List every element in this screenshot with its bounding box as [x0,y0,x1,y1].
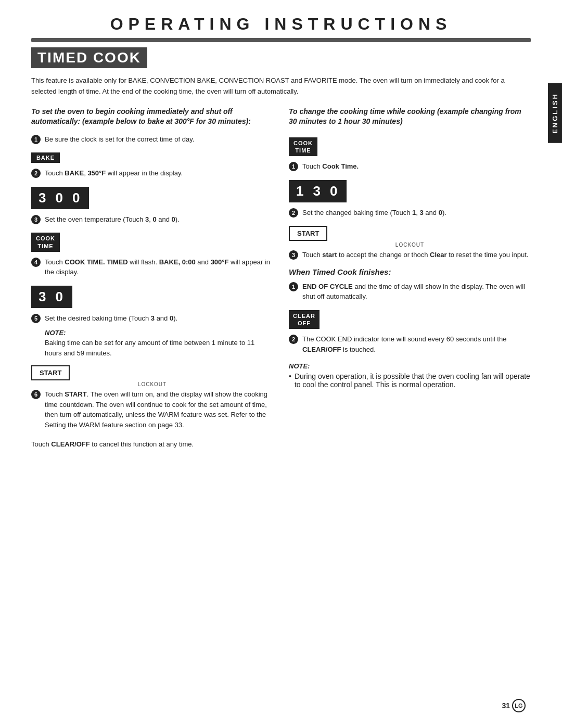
header-divider [31,38,531,42]
finish-step-2-block: CLEAROFF 2 The COOK END indicator tone w… [289,307,531,355]
right-step-3: 3 Touch start to accept the change or th… [289,250,531,260]
right-col-heading: To change the cooking time while cooking… [289,107,531,127]
page-footer: 31 LG [502,699,526,712]
finish-step-text-2: The COOK END indicator tone will sound e… [302,334,531,354]
right-step-num-2: 2 [289,208,298,218]
right-step-text-3: Touch start to accept the change or thoc… [302,250,528,260]
left-step-6-block: START LOCKOUT 6 Touch START. The oven wi… [31,362,273,430]
right-step-1-block: COOKTIME 1 Touch Cook Time. [289,134,531,172]
right-note-text: During oven operation, it is possible th… [295,372,531,389]
finish-step-1: 1 END OF CYCLE and the time of day will … [289,282,531,302]
step-num-1: 1 [31,135,41,144]
step-num-3: 3 [31,215,41,224]
right-column: To change the cooking time while cooking… [289,107,531,449]
num-300-area: 3 0 0 [31,184,273,212]
num-3: 3 [39,190,48,206]
start-button-area-1: START LOCKOUT [31,362,273,387]
start-button-1: START [31,365,70,380]
left-column: To set the oven to begin cooking immedia… [31,107,273,449]
page-header: OPERATING INSTRUCTIONS [0,0,562,47]
step-num-2: 2 [31,169,41,178]
step-text-1: Be sure the clock is set for the correct… [45,134,194,145]
num-display-30: 3 0 [31,286,72,308]
right-step-num-1: 1 [289,162,298,171]
lg-logo: LG [512,699,526,712]
cook-time-button-area-2: COOKTIME [289,134,531,160]
left-step-3-block: 3 0 0 3 Set the oven temperature (Touch … [31,184,273,225]
left-step-2: 2 Touch BAKE, 350°F will appear in the d… [31,168,273,178]
right-step-text-2: Set the changed baking time (Touch 1, 3 … [302,208,446,218]
cook-time-button-1: COOKTIME [31,233,60,252]
step-num-4: 4 [31,258,41,267]
num-display-130: 1 3 0 [289,180,347,202]
right-step-2-block: 1 3 0 2 Set the changed baking time (Tou… [289,177,531,218]
start-button-area-2: START LOCKOUT [289,223,531,248]
finish-step-num-1: 1 [289,282,298,291]
left-step-4-block: COOKTIME 4 Touch COOK TIME. TIMED will f… [31,229,273,277]
step-text-3: Set the oven temperature (Touch 3, 0 and… [45,214,180,225]
finish-step-num-2: 2 [289,335,298,344]
clear-off-button: CLEAROFF [289,310,320,329]
right-step-1: 1 Touch Cook Time. [289,161,531,172]
left-step-5: 5 Set the desired baking time (Touch 3 a… [31,313,273,324]
num-1: 1 [296,183,305,199]
page-number: 31 [502,701,510,710]
num-0b: 0 [72,190,82,206]
left-step-5-block: 3 0 5 Set the desired baking time (Touch… [31,283,273,359]
step-text-2: Touch BAKE, 350°F will appear in the dis… [45,168,183,178]
clear-off-button-area: CLEAROFF [289,307,531,333]
num-130-area: 1 3 0 [289,177,531,206]
num-0a: 0 [55,190,65,206]
step-num-5: 5 [31,314,41,323]
finish-step-2: 2 The COOK END indicator tone will sound… [289,334,531,354]
start-button-2: START [289,226,327,241]
bake-button-area: BAKE [31,149,273,166]
right-step-text-1: Touch Cook Time. [302,161,359,172]
two-col-layout: To set the oven to begin cooking immedia… [31,107,531,449]
section-title-bar: TIMED COOK [31,47,147,68]
step-text-4: Touch COOK TIME. TIMED will flash. BAKE,… [45,257,273,277]
finish-step-text-1: END OF CYCLE and the time of day will sh… [302,282,531,302]
page-title: OPERATING INSTRUCTIONS [0,15,562,34]
right-step-num-3: 3 [289,250,298,260]
bake-button: BAKE [31,152,60,163]
left-step-6: 6 Touch START. The oven will turn on, an… [31,389,273,430]
when-finishes-heading: When Timed Cook finishes: [289,267,531,276]
left-step-3: 3 Set the oven temperature (Touch 3, 0 a… [31,214,273,225]
lockout-label-1: LOCKOUT [31,381,273,387]
note-text-left: Baking time can be set for any amount of… [45,338,273,358]
step-text-6: Touch START. The oven will turn on, and … [45,389,273,430]
main-content: TIMED COOK This feature is available onl… [0,47,562,469]
step-text-5: Set the desired baking time (Touch 3 and… [45,313,177,324]
left-col-heading: To set the oven to begin cooking immedia… [31,107,273,127]
num-0d: 0 [330,183,339,199]
english-tab: ENGLISH [548,83,562,143]
num-3c: 3 [313,183,322,199]
cook-time-button-area-1: COOKTIME [31,229,273,255]
left-step-4: 4 Touch COOK TIME. TIMED will flash. BAK… [31,257,273,277]
num-0c: 0 [55,289,65,305]
num-3b: 3 [39,289,48,305]
right-note-block: NOTE: During oven operation, it is possi… [289,362,531,389]
left-step-1: 1 Be sure the clock is set for the corre… [31,134,273,145]
section-header: TIMED COOK [31,47,531,70]
note-label-left: NOTE: [45,329,66,337]
right-step-3-block: START LOCKOUT 3 Touch start to accept th… [289,223,531,260]
note-block-left: NOTE: Baking time can be set for any amo… [45,328,273,358]
cook-time-button-2: COOKTIME [289,137,317,157]
lockout-label-2: LOCKOUT [289,242,531,248]
right-step-2: 2 Set the changed baking time (Touch 1, … [289,208,531,218]
intro-text: This feature is available only for BAKE,… [31,75,520,97]
right-note-label: NOTE: [289,362,310,370]
section-title: TIMED COOK [37,49,141,66]
num-30-area: 3 0 [31,283,273,311]
left-step-2-block: BAKE 2 Touch BAKE, 350°F will appear in … [31,149,273,178]
right-note-bullet: During oven operation, it is possible th… [289,372,531,389]
footer-touch-text: Touch CLEAR/OFF to cancel this function … [31,440,273,448]
step-num-6: 6 [31,390,41,399]
num-display-300: 3 0 0 [31,187,89,209]
